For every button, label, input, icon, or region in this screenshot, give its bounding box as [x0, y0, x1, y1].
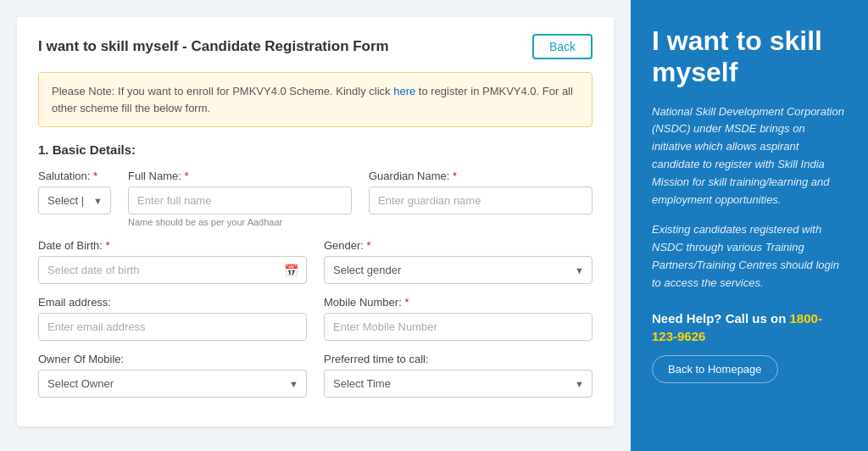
- salutation-label: Salutation: *: [38, 170, 111, 182]
- back-homepage-button[interactable]: Back to Homepage: [652, 355, 778, 383]
- owner-select[interactable]: Select Owner Self Parents Siblings Other…: [38, 370, 307, 398]
- help-text-label: Need Help? Call us on: [652, 311, 790, 326]
- fullname-input[interactable]: [128, 187, 352, 214]
- dob-input[interactable]: [38, 256, 307, 284]
- right-panel: I want to skill myself National Skill De…: [631, 0, 868, 451]
- sidebar-paragraph2: Existing candidates registered with NSDC…: [652, 221, 847, 292]
- guardian-label: Guardian Name: *: [369, 170, 593, 182]
- row-owner-time: Owner Of Mobile: Select Owner Self Paren…: [38, 353, 593, 398]
- salutation-select[interactable]: Select | Mr. Mrs. Ms. Dr.: [38, 187, 111, 214]
- email-input[interactable]: [38, 313, 307, 341]
- dob-label: Date of Birth: *: [38, 239, 307, 252]
- guardian-required-star: *: [453, 170, 457, 182]
- help-section: Need Help? Call us on 1800-123-9626 Back…: [652, 309, 847, 383]
- sidebar-heading: I want to skill myself: [652, 25, 847, 88]
- gender-label: Gender: *: [324, 239, 593, 252]
- help-text: Need Help? Call us on 1800-123-9626: [652, 309, 847, 345]
- group-preferred-time: Preferred time to call: Select Time Morn…: [324, 353, 593, 398]
- fullname-required-star: *: [184, 170, 188, 182]
- group-mobile: Mobile Number: *: [324, 296, 593, 341]
- preferred-time-select[interactable]: Select Time Morning Afternoon Evening: [324, 370, 593, 398]
- notice-box: Please Note: If you want to enroll for P…: [38, 72, 593, 127]
- back-button[interactable]: Back: [532, 34, 593, 59]
- form-title: I want to skill myself - Candidate Regis…: [38, 38, 389, 55]
- salutation-required-star: *: [93, 170, 97, 182]
- sidebar-paragraph1: National Skill Development Corporation (…: [652, 103, 847, 209]
- row-dob-gender: Date of Birth: * 📅 Gender: * Select gend…: [38, 239, 593, 284]
- gender-select[interactable]: Select gender Male Female Other: [324, 256, 593, 284]
- mobile-required-star: *: [404, 296, 409, 309]
- owner-label: Owner Of Mobile:: [38, 353, 307, 365]
- preferred-time-select-wrapper: Select Time Morning Afternoon Evening ▼: [324, 370, 593, 398]
- group-salutation: Salutation: * Select | Mr. Mrs. Ms. Dr. …: [38, 170, 111, 227]
- dob-wrapper: 📅: [38, 256, 307, 284]
- group-owner: Owner Of Mobile: Select Owner Self Paren…: [38, 353, 307, 398]
- gender-required-star: *: [367, 239, 371, 252]
- group-fullname: Full Name: * Name should be as per your …: [128, 170, 352, 227]
- row-email-mobile: Email address: Mobile Number: *: [38, 296, 593, 341]
- notice-text-before: Please Note: If you want to enroll for P…: [52, 85, 393, 97]
- group-email: Email address:: [38, 296, 307, 341]
- group-gender: Gender: * Select gender Male Female Othe…: [324, 239, 593, 284]
- email-label: Email address:: [38, 296, 307, 309]
- preferred-time-label: Preferred time to call:: [324, 353, 593, 365]
- dob-required-star: *: [106, 239, 110, 252]
- form-header: I want to skill myself - Candidate Regis…: [38, 34, 593, 59]
- mobile-label: Mobile Number: *: [324, 296, 593, 309]
- owner-select-wrapper: Select Owner Self Parents Siblings Other…: [38, 370, 307, 398]
- salutation-select-wrapper: Select | Mr. Mrs. Ms. Dr. ▼: [38, 187, 111, 214]
- mobile-input[interactable]: [324, 313, 593, 341]
- form-card: I want to skill myself - Candidate Regis…: [17, 17, 614, 426]
- fullname-hint: Name should be as per your Aadhaar: [128, 217, 352, 227]
- notice-link[interactable]: here: [393, 85, 415, 97]
- left-panel: I want to skill myself - Candidate Regis…: [0, 0, 631, 451]
- row-salutation-fullname-guardian: Salutation: * Select | Mr. Mrs. Ms. Dr. …: [38, 170, 593, 227]
- fullname-label: Full Name: *: [128, 170, 352, 182]
- group-guardian: Guardian Name: *: [369, 170, 593, 227]
- gender-select-wrapper: Select gender Male Female Other ▼: [324, 256, 593, 284]
- section-title: 1. Basic Details:: [38, 142, 593, 157]
- group-dob: Date of Birth: * 📅: [38, 239, 307, 284]
- guardian-input[interactable]: [369, 187, 593, 214]
